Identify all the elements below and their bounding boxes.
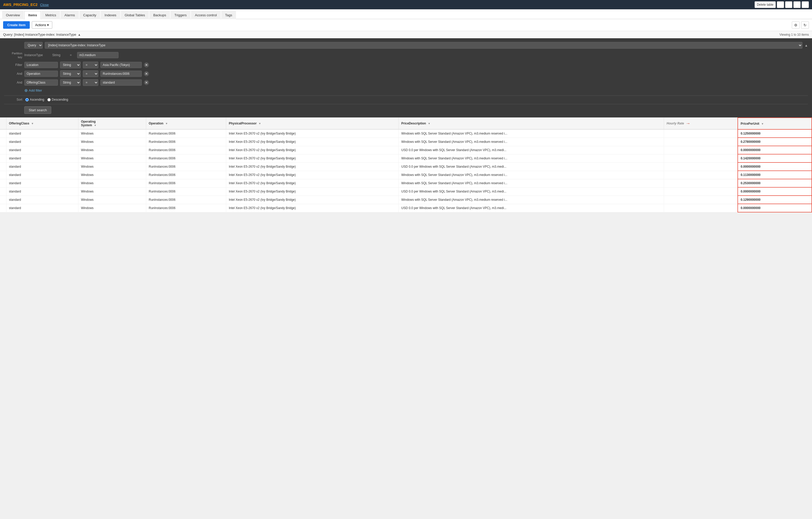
cell-operating_system: Windows <box>78 179 146 187</box>
divider-2 <box>4 104 808 104</box>
start-search-button[interactable]: Start search <box>24 106 51 114</box>
cell-empty <box>0 171 6 179</box>
table-row[interactable]: standardWindowsRunInstances:0006Intel Xe… <box>0 179 812 187</box>
cell-price_description: USD 0.0 per Windows with SQL Server Stan… <box>399 204 664 212</box>
sort-arrow-os: ▼ <box>94 124 96 127</box>
cell-empty <box>0 129 6 138</box>
tab-global-tables[interactable]: Global Tables <box>121 11 149 19</box>
tab-access-control[interactable]: Access control <box>191 11 221 19</box>
cell-offering_class: standard <box>6 163 78 171</box>
cell-price_per_unit: 0.1250000000 <box>738 129 812 138</box>
cell-physical_processor: Intel Xeon E5-2670 v2 (Ivy Bridge/Sandy … <box>226 163 399 171</box>
table-row[interactable]: standardWindowsRunInstances:0006Intel Xe… <box>0 171 812 179</box>
sort-descending-radio[interactable] <box>47 98 51 102</box>
cell-empty <box>664 187 738 196</box>
create-item-button[interactable]: Create item <box>3 21 30 29</box>
col-header-operation[interactable]: Operation ▼ <box>146 118 226 129</box>
hourly-rate-header-content: Hourly Rate → <box>667 121 735 126</box>
cell-offering_class: standard <box>6 196 78 204</box>
cell-offering_class: standard <box>6 129 78 138</box>
cell-empty <box>0 146 6 154</box>
table-row[interactable]: standardWindowsRunInstances:0006Intel Xe… <box>0 154 812 163</box>
layout-icon-btn-3[interactable]: ■ <box>793 1 801 8</box>
cell-operation: RunInstances:0006 <box>146 171 226 179</box>
filter-remove-0[interactable]: ✕ <box>144 62 149 67</box>
delete-table-button[interactable]: Delete table <box>755 1 776 8</box>
sort-descending-label[interactable]: Descending <box>47 98 68 102</box>
table-row[interactable]: standardWindowsRunInstances:0006Intel Xe… <box>0 146 812 154</box>
tab-triggers[interactable]: Triggers <box>171 11 191 19</box>
settings-icon-btn[interactable]: ⚙ <box>792 22 800 29</box>
table-row[interactable]: standardWindowsRunInstances:0006Intel Xe… <box>0 204 812 212</box>
toolbar-left: Create item Actions ▾ <box>3 21 52 29</box>
layout-icon-btn-2[interactable]: ▬ <box>785 1 792 8</box>
query-mode-select[interactable]: Query Scan <box>24 42 43 49</box>
cell-empty <box>664 204 738 212</box>
tab-tags[interactable]: Tags <box>221 11 236 19</box>
query-index-select[interactable]: [Index] InstanceType-index: InstanceType <box>45 42 803 49</box>
sort-ascending-label[interactable]: Ascending <box>25 98 44 102</box>
col-header-hourly-rate[interactable]: Hourly Rate → <box>664 118 738 129</box>
table-row[interactable]: standardWindowsRunInstances:0006Intel Xe… <box>0 163 812 171</box>
tab-indexes[interactable]: Indexes <box>101 11 120 19</box>
layout-icon-btn-1[interactable]: ▣ <box>777 1 784 8</box>
tab-backups[interactable]: Backups <box>149 11 170 19</box>
col-header-operating-system[interactable]: OperatingSystem ▼ <box>78 118 146 129</box>
filter-field-2[interactable] <box>24 80 58 86</box>
filter-type-2[interactable]: String Number <box>60 79 81 86</box>
refresh-icon-btn[interactable]: ↻ <box>801 22 809 29</box>
table-row[interactable]: standardWindowsRunInstances:0006Intel Xe… <box>0 187 812 196</box>
table-row[interactable]: standardWindowsRunInstances:0006Intel Xe… <box>0 129 812 138</box>
cell-empty <box>0 204 6 212</box>
cell-empty <box>664 154 738 163</box>
table-row[interactable]: standardWindowsRunInstances:0006Intel Xe… <box>0 196 812 204</box>
filter-type-1[interactable]: String Number <box>60 70 81 77</box>
cell-empty <box>664 138 738 146</box>
filter-value-2[interactable] <box>100 80 142 86</box>
filter-op-0[interactable]: = != <box>83 62 98 68</box>
help-icon-btn[interactable]: ? <box>802 1 809 8</box>
tab-items[interactable]: Items <box>24 11 41 19</box>
filter-value-1[interactable] <box>100 70 142 77</box>
col-header-offering-class[interactable]: OfferingClass ▼ <box>6 118 78 129</box>
close-link[interactable]: Close <box>40 3 49 7</box>
collapse-panel-icon[interactable]: ▲ <box>805 44 808 47</box>
cell-operating_system: Windows <box>78 154 146 163</box>
add-filter-button[interactable]: ⊕ Add filter <box>24 88 42 93</box>
cell-empty <box>0 163 6 171</box>
filter-remove-2[interactable]: ✕ <box>144 80 149 85</box>
filter-op-1[interactable]: = != <box>83 70 98 77</box>
tab-metrics[interactable]: Metrics <box>41 11 60 19</box>
sort-ascending-radio[interactable] <box>25 98 29 102</box>
filter-row-2: And String Number = != ✕ <box>4 79 808 86</box>
cell-offering_class: standard <box>6 187 78 196</box>
cell-price_description: USD 0.0 per Windows with SQL Server Stan… <box>399 187 664 196</box>
cell-physical_processor: Intel Xeon E5-2670 v2 (Ivy Bridge/Sandy … <box>226 196 399 204</box>
table-row[interactable]: standardWindowsRunInstances:0006Intel Xe… <box>0 138 812 146</box>
filter-type-0[interactable]: String Number <box>60 62 81 68</box>
filter-value-0[interactable] <box>100 62 142 68</box>
toolbar: Create item Actions ▾ ⚙ ↻ <box>0 19 812 31</box>
tab-alarms[interactable]: Alarms <box>61 11 79 19</box>
cell-empty <box>0 154 6 163</box>
col-header-physical-processor[interactable]: PhysicalProcessor ▼ <box>226 118 399 129</box>
actions-button[interactable]: Actions ▾ <box>32 21 53 29</box>
filter-field-1[interactable] <box>24 70 58 77</box>
pk-value-input[interactable] <box>77 52 118 58</box>
col-header-price-description[interactable]: PriceDescription ▼ <box>399 118 664 129</box>
filter-field-0[interactable] <box>24 62 58 68</box>
cell-price_per_unit: 0.1290000000 <box>738 196 812 204</box>
collapse-icon[interactable]: ▲ <box>78 33 81 36</box>
col-header-price-per-unit[interactable]: PricePerUnit ▼ <box>738 118 812 129</box>
cell-operation: RunInstances:0006 <box>146 138 226 146</box>
filter-op-2[interactable]: = != <box>83 79 98 86</box>
col-header-fa <box>0 118 6 129</box>
cell-operation: RunInstances:0006 <box>146 204 226 212</box>
table-header-row: OfferingClass ▼ OperatingSystem ▼ Operat… <box>0 118 812 129</box>
tab-overview[interactable]: Overview <box>2 11 24 19</box>
filter-remove-1[interactable]: ✕ <box>144 71 149 76</box>
cell-operating_system: Windows <box>78 138 146 146</box>
top-bar-left: AWS_PRICING_EC2 Close <box>3 3 49 7</box>
cell-price_per_unit: 0.2530000000 <box>738 179 812 187</box>
tab-capacity[interactable]: Capacity <box>80 11 100 19</box>
